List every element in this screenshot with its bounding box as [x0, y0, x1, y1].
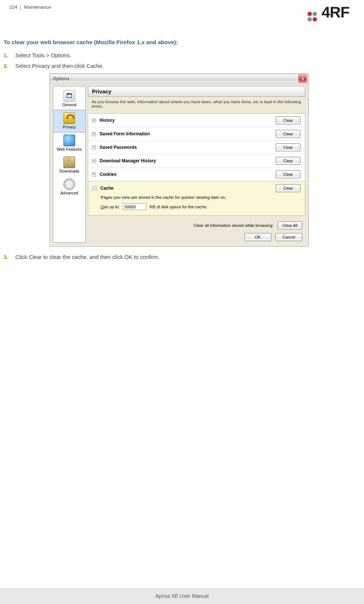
clear-history-button[interactable]: Clear: [276, 116, 301, 124]
close-icon[interactable]: X: [299, 75, 307, 82]
globe-icon: [63, 135, 75, 146]
sidebar-label-downloads: Downloads: [54, 169, 85, 173]
sidebar-label-privacy: Privacy: [54, 125, 85, 129]
lock-icon: [63, 112, 75, 124]
dialog-title: Options: [53, 76, 69, 81]
clear-passwords-button[interactable]: Clear: [276, 143, 301, 151]
header-sep: |: [20, 4, 21, 10]
gear-icon: [63, 178, 75, 190]
cache-size-input[interactable]: [123, 203, 147, 210]
clear-all-button[interactable]: Clear All: [278, 221, 302, 229]
cache-description: Pages you view are stored in the cache f…: [101, 195, 301, 200]
section-cache: – Cache Clear Pages you view are stored …: [88, 181, 305, 216]
privacy-sections: + History Clear + Saved Form Information…: [88, 113, 305, 216]
section-dmh-label: Download Manager History: [100, 158, 156, 163]
sidebar-item-downloads[interactable]: Downloads: [53, 154, 85, 176]
expand-icon[interactable]: +: [92, 146, 96, 150]
expand-icon[interactable]: +: [92, 159, 96, 163]
ok-button[interactable]: OK: [244, 233, 271, 241]
clear-all-label: Clear all information stored while brows…: [194, 223, 274, 228]
section-name: Maintenance: [24, 4, 51, 10]
expand-icon[interactable]: +: [92, 119, 96, 123]
section-download-manager-history: + Download Manager History Clear: [88, 154, 305, 168]
section-cache-label: Cache: [100, 186, 113, 191]
step-3-text: Click Clear to clear the cache, and then…: [15, 254, 159, 260]
section-passwords-label: Saved Passwords: [100, 145, 137, 150]
clear-cache-button[interactable]: Clear: [276, 184, 301, 192]
panel-description: As you browse the web, information about…: [88, 97, 305, 113]
cancel-button[interactable]: Cancel: [275, 233, 302, 241]
page-header-left: 224 | Maintenance: [9, 4, 51, 10]
step-1-number: 1.: [4, 52, 10, 58]
section-saved-passwords: + Saved Passwords Clear: [88, 141, 305, 154]
dialog-sidebar: 🗔 General Privacy Web Features Downloads: [53, 86, 86, 243]
general-icon: 🗔: [63, 90, 75, 102]
section-history: + History Clear: [88, 114, 305, 127]
panel-title: Privacy: [88, 86, 305, 97]
section-cookies: + Cookies Clear: [88, 168, 305, 181]
sidebar-label-general: General: [54, 102, 85, 107]
sidebar-item-privacy[interactable]: Privacy: [53, 110, 85, 132]
options-dialog: Options X 🗔 General Privacy Web Feature: [50, 73, 309, 247]
logo-text: 4RF: [322, 4, 349, 21]
clear-forms-button[interactable]: Clear: [276, 130, 301, 138]
collapse-icon[interactable]: –: [93, 186, 97, 190]
section-cookies-label: Cookies: [100, 172, 117, 177]
section-forms-label: Saved Form Information: [100, 131, 150, 136]
cache-use-label: Use up to:: [101, 205, 120, 209]
cache-unit-label: KB of disk space for the cache.: [150, 205, 208, 209]
page-footer: Aprisa XE User Manual: [0, 588, 364, 604]
brand-logo: 4RF: [307, 4, 349, 24]
sidebar-label-advanced: Advanced: [54, 191, 85, 195]
sidebar-item-web-features[interactable]: Web Features: [53, 132, 85, 154]
procedure-heading: To clear your web browser cache (Mozilla…: [4, 39, 355, 46]
expand-icon[interactable]: +: [92, 173, 96, 177]
dialog-titlebar[interactable]: Options X: [50, 74, 308, 84]
clear-dmh-button[interactable]: Clear: [276, 157, 301, 165]
sidebar-item-general[interactable]: 🗔 General: [53, 88, 85, 110]
section-history-label: History: [100, 118, 115, 123]
step-2-number: 2.: [4, 63, 10, 69]
step-1-text: Select Tools > Options.: [15, 52, 71, 58]
expand-icon[interactable]: +: [92, 132, 96, 136]
step-2-text: Select Privacy and then click Cache.: [15, 63, 104, 69]
clear-cookies-button[interactable]: Clear: [276, 170, 301, 178]
page-number: 224: [9, 4, 18, 10]
sidebar-item-advanced[interactable]: Advanced: [53, 176, 85, 198]
sidebar-label-web: Web Features: [54, 147, 85, 151]
download-icon: [63, 156, 75, 168]
step-3-number: 3.: [4, 254, 10, 260]
section-saved-forms: + Saved Form Information Clear: [88, 127, 305, 141]
